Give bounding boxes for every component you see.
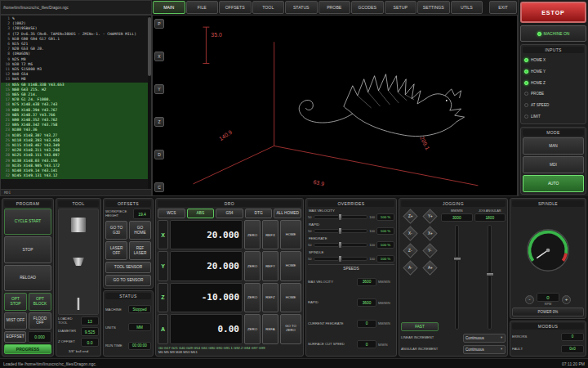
- view-button[interactable]: D: [154, 150, 164, 159]
- override-slider[interactable]: [314, 257, 368, 261]
- machine-on-button[interactable]: MACHINE ON: [520, 25, 586, 42]
- exit-button[interactable]: EXIT: [489, 1, 517, 14]
- dro-axes: X 20.000 ZERO REFX HOME Y 20.000 ZERO RE…: [158, 220, 301, 344]
- angular-slider-knob[interactable]: [486, 272, 494, 276]
- tool-holder-shape: [71, 218, 86, 232]
- gcode-line[interactable]: 32 N145 X149.131 Y43.12: [1, 173, 151, 178]
- speed-label: SURFACE CUT SPEED: [308, 343, 355, 346]
- linear-slider-knob[interactable]: [453, 257, 461, 261]
- toolpath-preview[interactable]: P X Y Z D C: [152, 15, 518, 196]
- offsets-button[interactable]: GO HOME: [129, 221, 151, 240]
- dro-header-button[interactable]: ABS: [187, 209, 215, 218]
- menu-tab[interactable]: MAIN: [153, 1, 185, 14]
- axis-home-button[interactable]: HOME: [280, 283, 301, 312]
- jog-y-minus-button[interactable]: Y-: [422, 243, 437, 258]
- offsets-button[interactable]: REF LASER: [129, 241, 151, 260]
- cycle-start-button[interactable]: CYCLE START: [4, 209, 51, 235]
- offsets-title: OFFSETS: [105, 200, 151, 207]
- axis-zero-button[interactable]: ZERO: [244, 220, 261, 249]
- menu-tab[interactable]: OFFSETS: [219, 1, 252, 14]
- dro-header-button[interactable]: G54: [216, 209, 243, 218]
- menu-tab[interactable]: SETTINGS: [417, 1, 450, 14]
- override-slider[interactable]: [314, 229, 368, 233]
- linear-rate-slider[interactable]: [455, 225, 459, 330]
- jog-a-minus-button[interactable]: A-: [403, 260, 417, 275]
- axis-zero-button[interactable]: ZERO: [244, 314, 261, 343]
- jog-a-plus-button[interactable]: A+: [422, 260, 437, 275]
- offsets-button[interactable]: LASER OFF: [105, 241, 127, 260]
- linear-increment-select[interactable]: Continuous ▼: [463, 334, 506, 343]
- jog-x-minus-button[interactable]: X-: [403, 226, 417, 240]
- spindle-plus-button[interactable]: +: [562, 295, 571, 304]
- slider-knob[interactable]: [338, 213, 342, 221]
- offsets-button[interactable]: GO TO G30: [105, 221, 127, 240]
- spindle-panel: SPINDLE - 0 RPM +: [510, 198, 586, 319]
- view-button[interactable]: Z: [154, 117, 164, 127]
- axis-ref-button[interactable]: REFY: [262, 251, 278, 280]
- overrides-panel: OVERRIDES MAX VELOCITY 50 100 100 %: [305, 198, 397, 357]
- flood-button[interactable]: FLOOD OFF: [29, 312, 51, 330]
- mist-button[interactable]: MIST OFF: [4, 312, 27, 330]
- mode-auto-button[interactable]: AUTO: [523, 175, 584, 192]
- menu-tab[interactable]: STATUS: [285, 1, 318, 14]
- axis-ref-button[interactable]: REFA: [262, 314, 278, 343]
- jog-z-plus-button[interactable]: Z+: [403, 209, 417, 223]
- override-slider[interactable]: [314, 243, 368, 247]
- opt-stop-button[interactable]: OPT STOP: [4, 293, 27, 310]
- slider-knob[interactable]: [338, 255, 342, 263]
- jog-x-plus-button[interactable]: X+: [422, 226, 437, 240]
- axis-zero-button[interactable]: ZERO: [244, 251, 261, 280]
- override-slider[interactable]: [314, 215, 368, 219]
- stop-button[interactable]: STOP: [4, 236, 51, 263]
- axis-home-button[interactable]: HOME: [280, 251, 301, 280]
- menu-tab[interactable]: FILE: [186, 1, 219, 14]
- slider-knob[interactable]: [338, 227, 342, 235]
- gcode-scrollbar[interactable]: [148, 16, 151, 189]
- input-label: HOME X: [531, 58, 546, 62]
- menu-tab[interactable]: GCODES: [351, 1, 384, 14]
- gcode-scrollbar-thumb[interactable]: [148, 17, 151, 76]
- axis-zero-button[interactable]: ZERO: [244, 283, 261, 312]
- axis-home-button[interactable]: GO TO ZERO: [280, 314, 301, 343]
- slider-knob[interactable]: [338, 241, 342, 249]
- menu-tab[interactable]: SETUP: [385, 1, 417, 14]
- opt-block-button[interactable]: OPT BLOCK: [29, 293, 51, 310]
- jog-y-plus-button[interactable]: Y+: [422, 209, 437, 223]
- gcode-viewer[interactable]: 1 % 2 (1002) 3 (2019SBASE) 4 (T2 D=6.35 …: [0, 15, 152, 196]
- angular-increment-select[interactable]: Continuous ▼: [463, 345, 506, 354]
- dro-header-button[interactable]: ALL HOMED: [274, 209, 301, 218]
- view-button[interactable]: C: [154, 182, 164, 192]
- view-button[interactable]: P: [154, 19, 164, 29]
- machine-on-label: MACHINE ON: [544, 31, 570, 36]
- menu-tab[interactable]: TOOL: [252, 1, 285, 14]
- mode-man-button[interactable]: MAN: [523, 137, 584, 155]
- axis-ref-button[interactable]: REFZ: [262, 283, 278, 312]
- menu-tab[interactable]: PROBE: [318, 1, 351, 14]
- slider-min: 50: [308, 257, 312, 261]
- view-button[interactable]: Y: [154, 84, 164, 94]
- axis-letter: A: [158, 314, 168, 343]
- dragon-wireframe: [299, 74, 464, 137]
- axis-home-button[interactable]: HOME: [280, 220, 301, 249]
- reload-button[interactable]: RELOAD: [4, 265, 51, 291]
- loaded-file-tab[interactable]: /home/tim/linuxcnc/nc_files/Dragon.ngc: [0, 0, 152, 15]
- speed-unit: MM/MIN: [378, 280, 394, 284]
- spindle-minus-button[interactable]: -: [525, 295, 534, 304]
- offsets-wide-button[interactable]: GO TO SENSOR: [105, 275, 151, 286]
- mode-mdi-button[interactable]: MDI: [523, 156, 584, 173]
- speed-value: 0: [357, 340, 376, 348]
- dro-header-button[interactable]: WCS: [158, 209, 185, 218]
- angular-rate-slider[interactable]: [488, 225, 492, 330]
- menu-tab[interactable]: UTILS: [451, 1, 483, 14]
- view-button[interactable]: X: [154, 52, 164, 61]
- eoffset-button[interactable]: EOFFSET: [4, 331, 26, 343]
- dro-header-button[interactable]: DTG: [245, 209, 273, 218]
- axis-ref-button[interactable]: REFX: [262, 220, 278, 249]
- offsets-wide-buttons: TOOL SENSOR GO TO SENSOR: [105, 262, 151, 286]
- jog-fast-button[interactable]: FAST: [401, 322, 439, 331]
- estop-button[interactable]: ESTOP: [520, 2, 586, 23]
- slider-max: 100: [369, 257, 375, 261]
- mdi-tab[interactable]: MDI: [1, 189, 151, 195]
- jog-z-minus-button[interactable]: Z-: [403, 243, 417, 258]
- offsets-wide-button[interactable]: TOOL SENSOR: [105, 262, 151, 273]
